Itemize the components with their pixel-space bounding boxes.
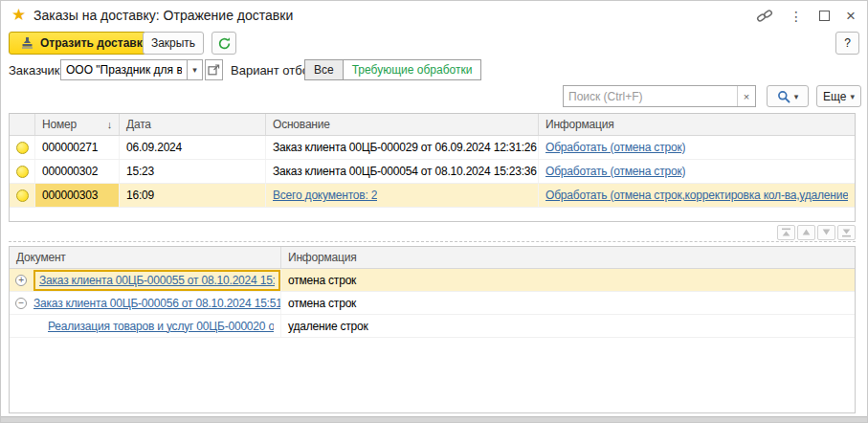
number-column-header[interactable]: Номер ↓	[35, 114, 120, 135]
order-number: 000000271	[35, 136, 120, 159]
order-date: 06.09.2024	[120, 136, 266, 159]
customer-dropdown-icon[interactable]: ▾	[187, 59, 203, 80]
document-row-3-child[interactable]: Реализация товаров и услуг 00ЦБ-000020 о…	[10, 315, 855, 338]
basis-column-header[interactable]: Основание	[266, 114, 539, 135]
expand-icon[interactable]: +	[15, 275, 27, 286]
open-customer-icon[interactable]	[205, 59, 223, 80]
document-link[interactable]: Заказ клиента 00ЦБ-000056 от 08.10.2024 …	[33, 297, 280, 310]
status-yellow-icon	[16, 142, 29, 154]
stamp-icon	[20, 36, 34, 50]
page-title: Заказы на доставку: Отражение доставки	[33, 8, 293, 23]
document-link[interactable]: Заказ клиента 00ЦБ-000055 от 08.10.2024 …	[39, 274, 275, 287]
maximize-icon[interactable]	[819, 11, 830, 21]
refresh-icon	[217, 36, 232, 51]
document-column-header[interactable]: Документ	[10, 247, 281, 268]
documents-table-header: Документ Информация	[10, 247, 855, 269]
command-bar: Отразить доставку Закрыть ?	[1, 32, 867, 55]
row-move-buttons	[777, 225, 856, 240]
app-window: ★ Заказы на доставку: Отражение доставки…	[0, 0, 868, 423]
favorite-star-icon[interactable]: ★	[11, 5, 26, 25]
reflect-delivery-button[interactable]: Отразить доставку	[9, 32, 160, 55]
status-yellow-icon	[16, 166, 29, 178]
process-link[interactable]: Обработать (отмена строк)	[545, 165, 685, 178]
document-link[interactable]: Реализация товаров и услуг 00ЦБ-000020 о…	[48, 320, 274, 333]
move-to-bottom-button[interactable]	[837, 225, 856, 240]
move-up-button[interactable]	[797, 225, 815, 240]
search-bar: × ▾ Еще ▾	[1, 85, 867, 107]
focused-document-cell: Заказ клиента 00ЦБ-000055 от 08.10.2024 …	[33, 270, 280, 291]
info-column-header[interactable]: Информация	[539, 114, 855, 135]
status-column-header[interactable]	[10, 114, 35, 135]
document-info: удаление строк	[281, 315, 855, 337]
more-dropdown-icon: ▾	[850, 92, 855, 101]
close-icon[interactable]: ×	[846, 10, 856, 22]
collapse-icon[interactable]: −	[15, 298, 27, 309]
search-button[interactable]: ▾	[767, 85, 809, 107]
refresh-button[interactable]	[211, 32, 236, 55]
reflect-delivery-label: Отразить доставку	[40, 36, 148, 50]
order-number-focused-cell: 000000303	[35, 184, 120, 207]
variant-needs-processing-option[interactable]: Требующие обработки	[343, 59, 482, 80]
more-actions-label: Еще	[823, 90, 846, 103]
customer-input[interactable]	[60, 59, 188, 80]
documents-table: Документ Информация + Заказ клиента 00ЦБ…	[9, 246, 856, 413]
status-yellow-icon	[16, 189, 29, 202]
order-date: 16:09	[120, 184, 266, 207]
search-icon	[777, 90, 790, 103]
help-button[interactable]: ?	[835, 32, 859, 55]
more-actions-button[interactable]: Еще ▾	[816, 85, 861, 107]
process-link[interactable]: Обработать (отмена строк,корректировка к…	[545, 189, 848, 202]
date-column-header[interactable]: Дата	[120, 114, 266, 135]
document-info: отмена строк	[281, 269, 855, 291]
search-box: ×	[563, 85, 756, 107]
orders-table: Номер ↓ Дата Основание Информация 000000…	[9, 113, 856, 222]
order-row-1[interactable]: 000000271 06.09.2024 Заказ клиента 00ЦБ-…	[10, 136, 855, 160]
documents-total-link[interactable]: Всего документов: 2	[273, 189, 377, 202]
document-info: отмена строк	[281, 292, 855, 314]
orders-table-header: Номер ↓ Дата Основание Информация	[10, 114, 855, 136]
clear-search-icon[interactable]: ×	[737, 86, 755, 106]
link-icon[interactable]	[756, 9, 773, 23]
search-input[interactable]	[564, 86, 737, 106]
move-down-button[interactable]	[817, 225, 835, 240]
search-dropdown-icon: ▾	[794, 92, 799, 101]
process-link[interactable]: Обработать (отмена строк)	[545, 141, 685, 154]
doc-info-column-header[interactable]: Информация	[281, 247, 855, 268]
order-number: 000000302	[35, 160, 120, 183]
customer-combo: ▾	[60, 59, 223, 80]
window-bottom-edge	[1, 416, 867, 423]
order-date: 15:23	[120, 160, 266, 183]
document-row-2[interactable]: − Заказ клиента 00ЦБ-000056 от 08.10.202…	[10, 292, 855, 315]
order-basis: Заказ клиента 00ЦБ-000029 от 06.09.2024 …	[266, 136, 539, 159]
customer-label: Заказчик:	[9, 63, 63, 78]
variant-all-option[interactable]: Все	[304, 59, 344, 80]
close-form-button[interactable]: Закрыть	[143, 32, 204, 55]
tables-splitter[interactable]	[9, 241, 856, 242]
move-to-top-button[interactable]	[777, 225, 795, 240]
order-row-3-selected[interactable]: 000000303 16:09 Всего документов: 2 Обра…	[10, 184, 855, 208]
sort-desc-icon: ↓	[103, 119, 112, 130]
document-row-1-selected[interactable]: + Заказ клиента 00ЦБ-000055 от 08.10.202…	[10, 269, 855, 292]
order-row-2[interactable]: 000000302 15:23 Заказ клиента 00ЦБ-00005…	[10, 160, 855, 184]
number-column-label: Номер	[42, 118, 77, 131]
filter-bar: Заказчик: ▾ Вариант отбора: Все Требующи…	[1, 59, 867, 80]
selection-variant-toggle: Все Требующие обработки	[304, 59, 481, 80]
more-menu-icon[interactable]: ⋮	[790, 10, 803, 23]
window-controls: ⋮ ×	[756, 9, 856, 23]
order-basis: Заказ клиента 00ЦБ-000054 от 08.10.2024 …	[266, 160, 539, 183]
